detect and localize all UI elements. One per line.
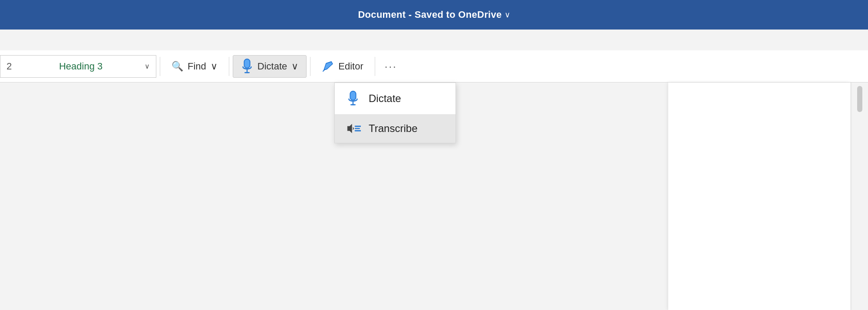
dictate-label: Dictate [257,61,287,72]
editor-pencil-icon [322,60,334,73]
document-title: Document - Saved to OneDrive [358,9,502,20]
toolbar: 2 Heading 3 ∨ 🔍 Find ∨ Dictate ∨ [0,50,868,82]
dropdown-dictate-label: Dictate [369,92,401,105]
separator-1 [160,57,160,76]
dropdown-item-transcribe[interactable]: Transcribe [335,114,455,143]
dropdown-transcribe-icon-wrap [345,122,361,135]
scrollbar-area[interactable] [851,82,868,310]
title-bar: Document - Saved to OneDrive ∨ [0,0,868,30]
microphone-icon [241,59,253,74]
dropdown-item-dictate[interactable]: Dictate [335,83,455,114]
transcribe-icon [345,122,361,135]
separator-3 [310,57,310,76]
svg-line-5 [323,69,325,71]
dictate-chevron-icon: ∨ [291,61,298,72]
toolbar-left: 2 Heading 3 ∨ 🔍 Find ∨ Dictate ∨ [0,50,403,82]
editor-label: Editor [338,61,363,72]
svg-marker-9 [347,124,352,133]
editor-button[interactable]: Editor [314,55,371,78]
document-page [668,82,851,310]
separator-4 [375,57,375,76]
dropdown-dictate-icon-wrap [345,91,361,106]
style-selector[interactable]: 2 Heading 3 ∨ [0,55,156,78]
style-number: 2 [7,61,12,72]
dictate-dropdown-menu: Dictate Transcribe [334,82,456,143]
find-chevron-icon: ∨ [211,61,218,72]
style-label: Heading 3 [17,61,145,72]
title-chevron-icon[interactable]: ∨ [505,10,510,20]
find-label: Find [188,61,206,72]
ribbon-area [0,30,868,50]
search-icon: 🔍 [172,61,183,72]
more-button[interactable]: ··· [379,55,403,78]
style-dropdown-chevron-icon: ∨ [145,62,150,70]
separator-2 [229,57,229,76]
svg-rect-6 [350,91,356,100]
scrollbar-thumb[interactable] [857,86,862,112]
more-label: ··· [385,60,397,73]
dropdown-transcribe-label: Transcribe [369,122,417,135]
find-button[interactable]: 🔍 Find ∨ [164,55,225,78]
dictate-button[interactable]: Dictate ∨ [233,55,307,78]
svg-rect-0 [244,59,250,68]
dropdown-microphone-icon [347,91,359,106]
